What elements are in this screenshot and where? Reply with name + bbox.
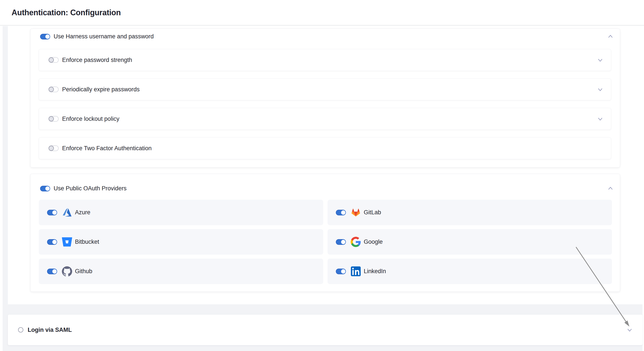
content-panel: Use Harness username and password Enforc…: [2, 26, 642, 351]
toggle-knob: [341, 269, 346, 274]
toggle-knob: [52, 210, 57, 215]
gitlab-toggle[interactable]: [336, 210, 346, 216]
provider-tile-bitbucket: Bitbucket: [39, 229, 323, 255]
linkedin-toggle[interactable]: [336, 268, 346, 274]
toggle-knob: [45, 186, 50, 191]
provider-tile-linkedin: LinkedIn: [328, 258, 612, 284]
bitbucket-toggle[interactable]: [47, 239, 57, 245]
row-lockout-policy[interactable]: Enforce lockout policy: [39, 108, 611, 130]
lockout-policy-toggle[interactable]: [48, 116, 58, 122]
provider-tile-azure: Azure: [39, 200, 323, 225]
chevron-up-icon[interactable]: [607, 33, 614, 40]
username-password-toggle[interactable]: [40, 34, 50, 40]
chevron-down-icon[interactable]: [597, 57, 604, 63]
gitlab-icon: [351, 207, 361, 218]
row-expire-passwords[interactable]: Periodically expire passwords: [39, 78, 611, 100]
provider-label: Google: [364, 238, 383, 245]
toggle-knob: [48, 146, 54, 151]
oauth-providers-label: Use Public OAuth Providers: [54, 185, 126, 192]
oauth-providers-toggle[interactable]: [40, 186, 50, 192]
saml-label: Login via SAML: [28, 326, 72, 333]
linkedin-icon: [351, 266, 361, 276]
github-icon: [62, 266, 72, 276]
toggle-knob: [48, 87, 54, 92]
chevron-up-icon[interactable]: [607, 185, 614, 192]
toggle-knob: [48, 57, 54, 62]
provider-tile-google: Google: [328, 229, 612, 255]
two-factor-toggle[interactable]: [48, 146, 58, 151]
provider-label: Azure: [75, 209, 90, 216]
google-icon: [351, 237, 361, 247]
password-strength-label: Enforce password strength: [62, 57, 132, 64]
oauth-provider-grid: Azure: [39, 200, 620, 284]
password-strength-toggle[interactable]: [48, 57, 58, 63]
expire-passwords-label: Periodically expire passwords: [62, 86, 140, 93]
provider-tile-gitlab: GitLab: [328, 200, 612, 225]
card-oauth-providers: Use Public OAuth Providers: [30, 174, 620, 292]
github-toggle[interactable]: [47, 268, 57, 274]
username-password-label: Use Harness username and password: [54, 33, 154, 40]
azure-icon: [62, 207, 72, 218]
auth-mechanisms-container: Use Harness username and password Enforc…: [8, 26, 642, 304]
toggle-knob: [341, 240, 346, 244]
row-enforce-password-strength[interactable]: Enforce password strength: [39, 49, 611, 71]
two-factor-label: Enforce Two Factor Authentication: [62, 145, 152, 152]
card-username-password: Use Harness username and password Enforc…: [30, 28, 620, 168]
toggle-knob: [52, 240, 57, 244]
expire-passwords-toggle[interactable]: [48, 86, 58, 92]
chevron-down-icon[interactable]: [626, 326, 633, 333]
oauth-header: Use Public OAuth Providers: [30, 174, 620, 192]
page-title: Authentication: Configuration: [12, 8, 121, 17]
bitbucket-icon: [62, 237, 72, 247]
authentication-configuration-page: Authentication: Configuration Use Harnes…: [0, 0, 644, 351]
provider-label: Github: [75, 268, 92, 275]
provider-label: Bitbucket: [75, 238, 99, 245]
toggle-knob: [48, 116, 54, 122]
username-password-header: Use Harness username and password: [30, 29, 620, 40]
card-saml[interactable]: Login via SAML: [8, 314, 642, 345]
toggle-knob: [341, 210, 346, 215]
saml-radio[interactable]: [18, 327, 23, 332]
page-header: Authentication: Configuration: [0, 0, 644, 26]
chevron-down-icon[interactable]: [597, 116, 604, 122]
provider-tile-github: Github: [39, 258, 323, 284]
row-two-factor-auth[interactable]: Enforce Two Factor Authentication: [39, 137, 611, 159]
provider-label: LinkedIn: [364, 268, 386, 275]
toggle-knob: [52, 269, 57, 274]
google-toggle[interactable]: [336, 239, 346, 245]
chevron-down-icon[interactable]: [597, 86, 604, 93]
azure-toggle[interactable]: [47, 210, 57, 216]
toggle-knob: [45, 34, 50, 39]
provider-label: GitLab: [364, 209, 381, 216]
lockout-policy-label: Enforce lockout policy: [62, 116, 120, 122]
